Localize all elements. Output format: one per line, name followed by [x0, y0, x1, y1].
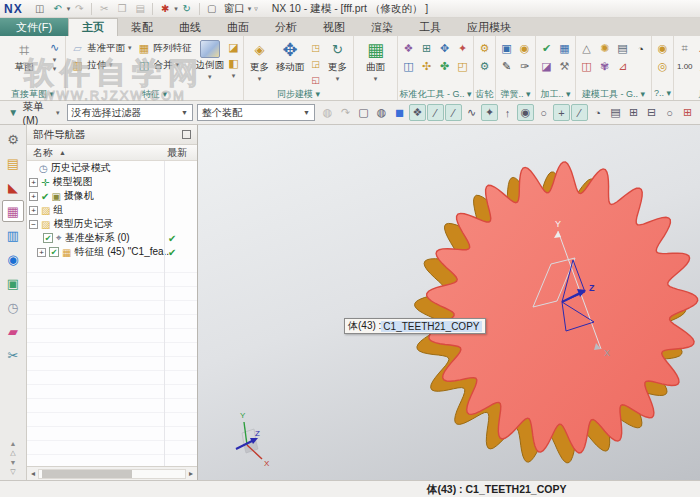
scroll-right-icon[interactable]: ▸: [186, 469, 196, 478]
blend-more-dropdown-icon[interactable]: ▾: [226, 72, 241, 80]
group-label-spring[interactable]: 弹簧.. ▾: [496, 88, 535, 100]
web-browser-icon[interactable]: ◉: [2, 248, 24, 270]
constraint-navigator-icon[interactable]: ◣: [2, 176, 24, 198]
snap-line-icon[interactable]: ⁄: [427, 104, 444, 121]
modeling-image-icon[interactable]: ▤: [615, 41, 630, 56]
snap-curve-icon[interactable]: ∿: [463, 104, 480, 121]
group-label-feature[interactable]: 特征 ▾: [66, 88, 243, 100]
ribbon-tab[interactable]: 视图: [310, 18, 358, 36]
repeat-command-icon[interactable]: ↻: [179, 2, 195, 16]
studio-spline-icon[interactable]: ∿: [47, 40, 62, 55]
copy-icon[interactable]: ❒: [114, 2, 130, 16]
group-label-sync[interactable]: 同步建模 ▾: [244, 88, 353, 100]
std-tool-stamp-icon[interactable]: ◫: [401, 59, 416, 74]
snap-point-on-curve-icon[interactable]: ⁄: [571, 104, 588, 121]
tab-file[interactable]: 文件(F): [0, 18, 68, 36]
undock-icon[interactable]: [182, 130, 191, 139]
highlight-icon[interactable]: ◍: [319, 104, 336, 121]
modeling-links-icon[interactable]: ✾: [597, 59, 612, 74]
ribbon-tab[interactable]: 渲染: [358, 18, 406, 36]
gear-front-face[interactable]: [427, 162, 698, 453]
touch-dropdown-icon[interactable]: ▾: [174, 5, 178, 13]
std-tool-copy-icon[interactable]: ⊞: [419, 41, 434, 56]
column-name[interactable]: 名称: [33, 146, 53, 160]
expander-icon[interactable]: +: [29, 178, 38, 187]
navigator-hscrollbar[interactable]: ◂ ▸: [27, 466, 197, 480]
more-feature-button[interactable]: ◈ 更多 ▾: [247, 38, 272, 83]
window-float-icon[interactable]: ⊟: [643, 104, 660, 121]
ribbon-tab[interactable]: 分析: [262, 18, 310, 36]
column-separator[interactable]: [164, 161, 165, 466]
reuse-library-icon[interactable]: ▥: [2, 224, 24, 246]
expander-icon[interactable]: +: [29, 206, 38, 215]
column-latest[interactable]: 最新: [167, 146, 187, 160]
snap-bounded-plane-icon[interactable]: ▤: [607, 104, 624, 121]
modeling-speed-icon[interactable]: ◔: [633, 41, 648, 56]
tree-row[interactable]: ✔ ⌖ 基准坐标系 (0) ✔: [27, 231, 197, 245]
snap-vertex-icon[interactable]: ↑: [499, 104, 516, 121]
chamfer-icon[interactable]: ◪: [226, 40, 241, 55]
snap-circle-icon[interactable]: ○: [535, 104, 552, 121]
window-tile-icon[interactable]: ⊞: [625, 104, 642, 121]
through-curve-mesh-button[interactable]: ▦ 曲面 ▾: [357, 38, 394, 83]
shell-icon[interactable]: ◧: [226, 56, 241, 71]
roles-gear-icon[interactable]: ⚙: [2, 128, 24, 150]
edge-blend-button[interactable]: 边倒圆 ▾: [196, 38, 225, 81]
extrude-button[interactable]: ▥ 拉伸▾: [69, 57, 134, 73]
selection-scope-combo[interactable]: 整个装配 ▼: [197, 104, 315, 121]
window-refresh-icon[interactable]: ○: [661, 104, 678, 121]
group-label-direct-sketch[interactable]: 直接草图 ▾: [0, 88, 65, 100]
cut-icon[interactable]: ✂: [96, 2, 112, 16]
history-icon[interactable]: ◷: [2, 296, 24, 318]
graphics-viewport[interactable]: Y X Z Y X Z 体(43) :: [198, 125, 700, 480]
snap-scatter-icon[interactable]: ❖: [409, 104, 426, 121]
redo-icon[interactable]: ↷: [71, 2, 87, 16]
std-tool-flag-icon[interactable]: ✦: [455, 41, 470, 56]
tree-row[interactable]: + ✔ ▣ 摄像机: [27, 189, 197, 203]
gear-pair-icon[interactable]: ⚙: [477, 59, 492, 74]
more-sync-button[interactable]: ↻ 更多 ▾: [325, 38, 350, 83]
tree-row[interactable]: − ▨ 模型历史记录: [27, 217, 197, 231]
expander-icon[interactable]: +: [29, 192, 38, 201]
measure-distance-icon[interactable]: ⌗: [677, 41, 692, 56]
scroll-left-icon[interactable]: ◂: [28, 469, 38, 478]
assembly-navigator-icon[interactable]: ▤: [2, 152, 24, 174]
scrollbar-track[interactable]: [38, 469, 186, 479]
modeling-triangle-icon[interactable]: △: [579, 41, 594, 56]
expander-icon[interactable]: −: [29, 220, 38, 229]
window-menu[interactable]: ▢ 窗口 ▾ ▿: [203, 2, 258, 16]
tree-row[interactable]: + ✛ 模型视图: [27, 175, 197, 189]
measure-angle-icon[interactable]: ∠: [696, 41, 700, 56]
marquee-select-icon[interactable]: ▢: [355, 104, 372, 121]
snap-intersection-icon[interactable]: +: [553, 104, 570, 121]
machining-tool-icon[interactable]: ⚒: [557, 59, 572, 74]
machining-check-icon[interactable]: ✔: [539, 41, 554, 56]
hd3d-tools-icon[interactable]: ▣: [2, 272, 24, 294]
tree-row[interactable]: ◷ 历史记录模式: [27, 161, 197, 175]
menu-button[interactable]: ▼ 菜单(M)▾: [4, 100, 63, 126]
pattern-feature-button[interactable]: ▦ 阵列特征: [136, 40, 194, 56]
sort-ascending-icon[interactable]: ▲: [59, 149, 66, 156]
modeling-cage-icon[interactable]: ◫: [579, 59, 594, 74]
scroll-up-icon[interactable]: ▲: [10, 440, 17, 447]
minimize-ribbon-icon[interactable]: ▿: [254, 5, 258, 13]
expander-icon[interactable]: +: [37, 248, 46, 257]
undo-icon[interactable]: ↶: [50, 2, 66, 16]
modeling-slope-icon[interactable]: ⊿: [615, 59, 630, 74]
datum-plane-button[interactable]: ▱ 基准平面▾: [69, 40, 134, 56]
offset-region-icon[interactable]: ◲: [308, 56, 323, 71]
measure-value-label[interactable]: 1.00: [677, 59, 693, 74]
group-label-gear[interactable]: 齿轮: [474, 88, 495, 100]
spring-pen-icon[interactable]: ✎: [499, 59, 514, 74]
group-label-q[interactable]: ?.. ▾: [652, 88, 673, 100]
selection-filter-combo[interactable]: 没有选择过滤器 ▼: [67, 104, 194, 121]
spline-dropdown-icon[interactable]: ▾: [47, 56, 62, 64]
part-navigator-icon[interactable]: ▦: [2, 200, 24, 222]
checkbox[interactable]: ✔: [49, 247, 59, 257]
ribbon-tab[interactable]: 主页: [68, 18, 118, 36]
scroll-up2-icon[interactable]: △: [10, 449, 15, 457]
coins-bottom-icon[interactable]: ◎: [655, 59, 670, 74]
snap-polyline-icon[interactable]: ✦: [481, 104, 498, 121]
machining-chip-icon[interactable]: ▦: [557, 41, 572, 56]
save-icon[interactable]: ◫: [32, 2, 48, 16]
